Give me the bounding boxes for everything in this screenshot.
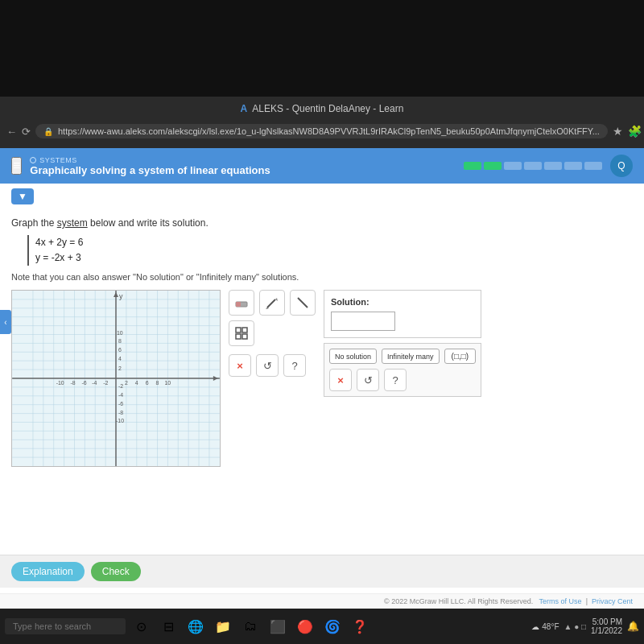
- svg-line-68: [298, 298, 308, 308]
- browser-title: ALEKS - Quentin DelaAney - Learn: [252, 103, 403, 114]
- svg-text:-4: -4: [118, 392, 123, 398]
- eraser-icon: [234, 295, 249, 310]
- svg-text:-2: -2: [103, 380, 108, 386]
- taskbar-right: ☁ 48°F ▲ ● □ 5:00 PM 1/1/2022 🔔: [531, 617, 639, 635]
- taskbar-app1-icon[interactable]: ⬛: [266, 614, 290, 638]
- taskbar-task-view-icon[interactable]: ⊟: [156, 614, 180, 638]
- taskbar-edge-icon[interactable]: 🌐: [184, 614, 208, 638]
- clear-button[interactable]: ×: [229, 354, 251, 377]
- svg-text:-8: -8: [118, 410, 123, 415]
- taskbar-powerpoint-icon[interactable]: 🔴: [293, 614, 317, 638]
- eraser-tool[interactable]: [229, 290, 254, 316]
- progress-segment-2: [484, 162, 502, 170]
- solution-panel: Solution:: [324, 290, 481, 338]
- graph-svg: y 2 4 6 8 10 -2 -4 -6 -8 -10: [12, 291, 220, 466]
- extension-icon[interactable]: 🧩: [628, 125, 642, 138]
- svg-text:-10: -10: [56, 380, 64, 386]
- svg-text:4: 4: [135, 380, 138, 386]
- dropdown-button[interactable]: ▼: [11, 188, 34, 204]
- progress-bar: [464, 162, 602, 170]
- copyright-bar: © 2022 McGraw Hill LLC. All Rights Reser…: [0, 593, 644, 609]
- svg-rect-69: [236, 328, 241, 332]
- page-title: Graphically solving a system of linear e…: [30, 164, 270, 176]
- solution-input[interactable]: [331, 312, 395, 331]
- problem-statement: Graph the system below and write its sol…: [11, 217, 633, 229]
- svg-text:y: y: [119, 292, 123, 300]
- undo-button[interactable]: ↺: [256, 354, 279, 377]
- graph-container[interactable]: y 2 4 6 8 10 -2 -4 -6 -8 -10: [11, 290, 221, 467]
- svg-text:2: 2: [118, 365, 122, 371]
- grid-tool[interactable]: [229, 320, 254, 346]
- copyright-text: © 2022 McGraw Hill LLC. All Rights Reser…: [384, 597, 533, 605]
- aleks-header-text: SYSTEMS Graphically solving a system of …: [30, 156, 270, 176]
- svg-text:10: 10: [117, 330, 123, 336]
- privacy-link[interactable]: Privacy Cent: [592, 597, 633, 605]
- url-text: https://www-awu.aleks.com/alekscgi/x/lsl…: [58, 126, 600, 136]
- line-tool[interactable]: [290, 290, 316, 316]
- taskbar-explorer-icon[interactable]: 📁: [211, 614, 235, 638]
- check-button[interactable]: Check: [91, 562, 141, 581]
- answer-clear-button[interactable]: ×: [329, 369, 352, 391]
- svg-text:-10: -10: [116, 419, 124, 424]
- browser-address-bar[interactable]: 🔒 https://www-awu.aleks.com/alekscgi/x/l…: [35, 124, 608, 138]
- systems-label: SYSTEMS: [30, 156, 270, 164]
- browser-back-button[interactable]: ←: [6, 119, 17, 143]
- taskbar-clock: 5:00 PM 1/1/2022: [591, 617, 622, 635]
- equation1: 4x + 2y = 6: [35, 235, 633, 250]
- svg-text:8: 8: [118, 339, 122, 345]
- taskbar: ⊙ ⊟ 🌐 📁 🗂 ⬛ 🔴 🌀 ❓ ☁ 48°F ▲ ● □ 5:00 PM 1…: [0, 609, 644, 644]
- browser-chrome: A ALEKS - Quentin DelaAney - Learn ← ⟳ 🔒…: [0, 97, 644, 148]
- progress-segment-4: [524, 162, 542, 170]
- taskbar-tray: ▲ ● □: [564, 622, 587, 631]
- answer-undo-button[interactable]: ↺: [357, 369, 379, 391]
- taskbar-search-input[interactable]: [5, 618, 126, 634]
- answer-options-panel: No solution Infinitely many (□,□) × ↺ ?: [324, 343, 481, 397]
- solution-section: Solution: No solution Infinitely many (□…: [324, 290, 481, 397]
- progress-segment-1: [464, 162, 481, 170]
- svg-text:-6: -6: [81, 380, 86, 386]
- svg-line-65: [267, 299, 275, 308]
- hamburger-menu[interactable]: ≡: [11, 157, 22, 175]
- tools-row-2: [229, 320, 316, 346]
- taskbar-search-icon[interactable]: ⊙: [129, 614, 153, 638]
- svg-text:-2: -2: [118, 383, 123, 389]
- answer-action-row: × ↺ ?: [329, 369, 476, 391]
- answer-help-button[interactable]: ?: [384, 369, 407, 391]
- svg-text:-4: -4: [92, 380, 97, 386]
- no-solution-button[interactable]: No solution: [329, 349, 377, 364]
- svg-text:8: 8: [156, 380, 159, 386]
- svg-rect-72: [242, 334, 247, 339]
- help-button[interactable]: ?: [283, 354, 306, 377]
- svg-rect-70: [242, 328, 247, 332]
- taskbar-app2-icon[interactable]: 🌀: [320, 614, 345, 638]
- grid-icon: [234, 326, 249, 341]
- weather-info: ☁ 48°F: [531, 622, 559, 631]
- svg-text:6: 6: [146, 380, 149, 386]
- solution-label: Solution:: [331, 297, 474, 307]
- pencil-tool[interactable]: [259, 290, 285, 316]
- avatar: Q: [610, 155, 633, 177]
- explanation-button[interactable]: Explanation: [11, 562, 85, 581]
- svg-marker-66: [275, 298, 278, 301]
- systems-circle-icon: [30, 157, 36, 163]
- svg-text:6: 6: [118, 348, 122, 353]
- taskbar-files-icon[interactable]: 🗂: [238, 614, 262, 638]
- notification-icon[interactable]: 🔔: [627, 621, 639, 632]
- svg-text:-8: -8: [71, 380, 76, 386]
- bookmark-icon[interactable]: ★: [613, 125, 623, 138]
- pencil-icon: [265, 295, 279, 310]
- coord-button[interactable]: (□,□): [444, 349, 477, 364]
- aleks-header-left: ≡ SYSTEMS Graphically solving a system o…: [11, 156, 270, 176]
- page-nav-arrow[interactable]: ‹: [0, 310, 11, 334]
- progress-segment-7: [584, 162, 602, 170]
- infinitely-many-button[interactable]: Infinitely many: [382, 349, 440, 364]
- terms-link[interactable]: Terms of Use: [539, 597, 582, 605]
- aleks-header: ≡ SYSTEMS Graphically solving a system o…: [0, 148, 644, 184]
- graph-grid: y 2 4 6 8 10 -2 -4 -6 -8 -10: [12, 291, 220, 466]
- svg-text:10: 10: [164, 380, 171, 386]
- browser-refresh-button[interactable]: ⟳: [22, 119, 31, 143]
- progress-segment-5: [544, 162, 562, 170]
- equation2: y = -2x + 3: [35, 250, 633, 266]
- weather-temp: 48°F: [542, 622, 559, 631]
- taskbar-app3-icon[interactable]: ❓: [348, 614, 372, 638]
